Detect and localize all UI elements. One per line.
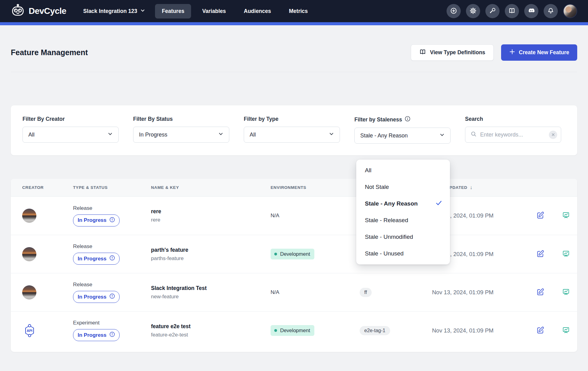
status-badge[interactable]: In Progress	[73, 329, 120, 341]
notifications-button[interactable]	[544, 4, 558, 18]
filter-search: Search	[465, 116, 561, 144]
menu-item-stale-unused[interactable]: Stale - Unused	[356, 245, 450, 262]
info-icon[interactable]	[405, 116, 410, 123]
status-label: In Progress	[78, 217, 107, 223]
search-icon	[470, 131, 477, 139]
alert-circle-icon	[109, 332, 115, 339]
creator-avatar[interactable]	[22, 247, 36, 261]
edit-feature-button[interactable]	[536, 288, 545, 297]
create-new-feature-label: Create New Feature	[519, 49, 569, 56]
chevron-down-icon	[329, 131, 334, 138]
main-content: Feature Management View Type Definitions	[0, 44, 588, 352]
feature-type: Release	[73, 243, 140, 250]
edit-feature-button[interactable]	[536, 211, 545, 220]
clear-search-button[interactable]	[549, 131, 557, 139]
filter-staleness: Filter by Staleness Stale - Any Reason	[354, 116, 451, 144]
filter-status-value: In Progress	[139, 132, 167, 138]
presentation-chart-icon	[562, 326, 570, 335]
brand[interactable]: DevCycle	[11, 4, 66, 18]
col-environments[interactable]: ENVIRONMENTS	[259, 185, 348, 190]
environment-pill: Development	[271, 249, 314, 259]
menu-item-stale-any-reason[interactable]: Stale - Any Reason	[356, 195, 450, 212]
table-row[interactable]: API Experiment In Progress feature e2e t…	[11, 311, 577, 349]
search-box	[465, 127, 561, 143]
feature-key: rere	[151, 217, 259, 223]
docs-button[interactable]	[505, 4, 519, 18]
tags-cell: ff	[348, 288, 421, 297]
edit-icon	[536, 288, 545, 297]
navbar-actions	[447, 4, 577, 18]
presentation-chart-icon	[562, 250, 570, 259]
create-new-feature-button[interactable]: Create New Feature	[501, 44, 577, 61]
filter-staleness-label: Filter by Staleness	[354, 116, 451, 123]
filter-creator-select[interactable]: All	[22, 127, 119, 143]
creator-avatar[interactable]	[22, 285, 36, 300]
plus-icon	[509, 49, 515, 56]
feature-type: Experiment	[73, 320, 140, 326]
edit-feature-button[interactable]	[536, 326, 545, 335]
filter-type-value: All	[250, 132, 256, 138]
feature-name[interactable]: Slack Integration Test	[151, 285, 259, 292]
view-results-button[interactable]	[562, 250, 570, 259]
status-badge[interactable]: In Progress	[73, 253, 120, 265]
tag-pill: ff	[360, 288, 372, 297]
status-badge[interactable]: In Progress	[73, 214, 120, 226]
view-results-button[interactable]	[562, 211, 570, 220]
filter-staleness-select[interactable]: Stale - Any Reason	[354, 128, 451, 144]
api-keys-button[interactable]	[485, 4, 500, 18]
env-dot-icon	[274, 253, 277, 255]
table-row[interactable]: Release In Progress Slack Integration Te…	[11, 273, 577, 311]
project-name: Slack Integration 123	[83, 8, 137, 14]
filter-staleness-label-text: Filter by Staleness	[354, 116, 402, 123]
tab-variables[interactable]: Variables	[195, 4, 233, 18]
menu-item-all[interactable]: All	[356, 162, 450, 179]
filter-staleness-value: Stale - Any Reason	[360, 132, 408, 139]
page: DevCycle Slack Integration 123 Features …	[0, 0, 588, 371]
settings-button[interactable]	[466, 4, 480, 18]
feature-name[interactable]: parth's feature	[151, 247, 259, 253]
environment-name: Development	[280, 328, 310, 333]
table-row[interactable]: Release In Progress rere rere N/A Nov 13…	[11, 197, 577, 235]
col-type-status[interactable]: TYPE & STATUS	[62, 185, 140, 190]
feature-name[interactable]: rere	[151, 208, 259, 215]
filter-creator-label: Filter By Creator	[22, 116, 119, 122]
view-type-definitions-button[interactable]: View Type Definitions	[411, 44, 493, 61]
creator-avatar[interactable]	[22, 209, 36, 223]
filter-type-select[interactable]: All	[244, 127, 340, 143]
check-icon	[435, 199, 443, 208]
feature-name[interactable]: feature e2e test	[151, 323, 259, 330]
filter-card: Filter By Creator All Filter By Status I…	[11, 105, 577, 155]
table-row[interactable]: Release In Progress parth's feature part…	[11, 235, 577, 273]
filter-creator-value: All	[28, 132, 35, 138]
view-results-button[interactable]	[562, 288, 570, 297]
view-results-button[interactable]	[562, 326, 570, 335]
menu-item-stale-unmodified[interactable]: Stale - Unmodified	[356, 229, 450, 245]
menu-item-not-stale[interactable]: Not Stale	[356, 179, 450, 195]
tab-metrics[interactable]: Metrics	[282, 4, 315, 18]
edit-icon	[536, 326, 545, 335]
user-avatar[interactable]	[563, 4, 577, 18]
col-name-key[interactable]: NAME & KEY	[140, 185, 259, 190]
menu-item-label: Stale - Released	[365, 217, 408, 224]
edit-icon	[536, 211, 545, 220]
discord-icon	[528, 8, 535, 15]
discord-button[interactable]	[524, 4, 538, 18]
search-input[interactable]	[480, 132, 546, 138]
filter-status-select[interactable]: In Progress	[133, 127, 229, 143]
project-switcher[interactable]: Slack Integration 123	[83, 8, 145, 14]
env-dot-icon	[274, 329, 277, 332]
tag-pill: e2e-tag-1	[360, 326, 390, 335]
menu-item-stale-released[interactable]: Stale - Released	[356, 212, 450, 229]
nav-tabs: Features Variables Audiences Metrics	[155, 4, 315, 18]
create-quick-button[interactable]	[447, 4, 461, 18]
status-label: In Progress	[78, 256, 107, 262]
feature-type: Release	[73, 282, 140, 288]
menu-item-label: Stale - Any Reason	[365, 200, 418, 207]
plus-circle-icon	[450, 7, 457, 15]
status-badge[interactable]: In Progress	[73, 291, 120, 303]
tab-audiences[interactable]: Audiences	[237, 4, 278, 18]
filter-status: Filter By Status In Progress	[133, 116, 229, 144]
col-creator[interactable]: CREATOR	[11, 185, 62, 190]
edit-feature-button[interactable]	[536, 250, 545, 259]
tab-features[interactable]: Features	[155, 4, 191, 18]
